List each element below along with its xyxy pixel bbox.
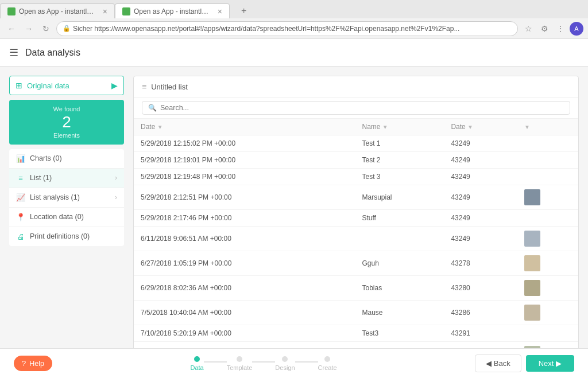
forward-nav-button[interactable]: → [22,22,36,36]
thumbnail [524,189,540,205]
extensions-button[interactable]: ⚙ [537,22,551,36]
tab-close-1[interactable]: × [103,7,107,16]
cell-thumb [517,301,578,325]
we-found-box: We found 2 Elements [9,100,124,145]
list-header-icon: ≡ [142,82,146,91]
table-row[interactable]: 6/29/2018 8:02:36 AM +00:00 Tobias 43280 [134,276,578,301]
cell-date2: 43249 [444,227,517,251]
cell-date2: 43249 [444,152,517,169]
search-input-wrap[interactable]: 🔍 [142,101,570,115]
list-analysis-label: List analysis (1) [30,193,110,201]
cell-name [355,227,444,251]
tab-favicon-2 [122,7,130,15]
location-label: Location data (0) [30,213,117,221]
step-label-template: Template [227,364,253,371]
tab-favicon-1 [7,7,16,15]
list-analysis-arrow-icon: › [115,193,117,201]
filter-icon-thumb[interactable]: ▼ [524,124,530,130]
table-row[interactable]: 5/29/2018 2:17:46 PM +00:00 Stuff 43249 [134,210,578,227]
original-data-button[interactable]: ⊞ Original data ▶ [9,76,124,95]
table-header: Date ▼ Name ▼ Date ▼ ▼ [134,119,578,135]
cell-thumb [517,251,578,276]
thumbnail [524,305,540,321]
table-row[interactable]: 5/29/2018 12:19:01 PM +00:00 Test 2 4324… [134,152,578,169]
wizard-step-create: Create [318,356,337,371]
step-node-template [237,356,242,362]
cell-date: 7/5/2018 10:40:04 AM +00:00 [134,301,355,325]
we-found-elements-label: Elements [15,132,118,139]
cell-date2: 43291 [444,325,517,342]
col-header-name[interactable]: Name ▼ [355,119,444,135]
cell-date: 5/29/2018 12:19:01 PM +00:00 [134,152,355,169]
data-table: Date ▼ Name ▼ Date ▼ ▼ [134,119,578,367]
new-tab-button[interactable]: + [237,3,251,18]
browser-chrome: Open as App - instantly ... × Open as Ap… [0,0,588,39]
table-row[interactable]: 6/27/2018 1:05:19 PM +00:00 Gguh 43278 [134,251,578,276]
back-nav-button[interactable]: ← [5,22,18,36]
cell-thumb [517,325,578,342]
bookmark-star-button[interactable]: ☆ [521,22,535,36]
table-row[interactable]: 6/11/2018 9:06:51 AM +00:00 43249 [134,227,578,251]
table-body: 5/29/2018 12:15:02 PM +00:00 Test 1 4324… [134,135,578,367]
col-header-date1[interactable]: Date ▼ [134,119,355,135]
table-row[interactable]: 5/29/2018 2:12:51 PM +00:00 Marsupial 43… [134,185,578,210]
bottom-bar: ? Help Data Template Design Create ◀ Bac… [0,348,588,376]
reload-button[interactable]: ↻ [39,22,53,36]
back-button[interactable]: ◀ Back [475,354,521,372]
cell-thumb [517,276,578,301]
sidebar-menu: 📊 Charts (0) ≡ List (1) › 📈 List analysi… [9,149,124,246]
list-header: ≡ Untitled list [134,76,578,98]
search-icon: 🔍 [148,104,157,112]
next-button[interactable]: Next ▶ [526,355,574,372]
tab-close-2[interactable]: × [218,7,222,16]
table-row[interactable]: 5/29/2018 12:19:48 PM +00:00 Test 3 4324… [134,169,578,185]
help-label: Help [29,360,44,368]
table-row[interactable]: 7/5/2018 10:40:04 AM +00:00 Mause 43286 [134,301,578,325]
step-node-data [194,356,200,362]
url-bar[interactable]: 🔒 Sicher https://www.openasapp.net/porta… [56,21,518,36]
wizard-steps: Data Template Design Create [190,356,336,371]
table-row[interactable]: 5/29/2018 12:15:02 PM +00:00 Test 1 4324… [134,135,578,152]
grid-icon: ⊞ [16,81,22,90]
sidebar-item-charts[interactable]: 📊 Charts (0) [9,149,124,169]
browser-tab-bar: Open as App - instantly ... × Open as Ap… [0,0,588,18]
help-button[interactable]: ? Help [14,356,52,371]
browser-menu-button[interactable]: ⋮ [554,22,567,36]
cell-name: Marsupial [355,185,444,210]
cell-date: 6/27/2018 1:05:19 PM +00:00 [134,251,355,276]
charts-label: Charts (0) [30,154,117,162]
charts-icon: 📊 [16,154,25,163]
cell-name: Stuff [355,210,444,227]
list-icon: ≡ [16,174,25,182]
we-found-count: 2 [15,112,118,132]
print-icon: 🖨 [16,232,25,241]
search-input[interactable] [160,104,564,112]
cell-date2: 43286 [444,301,517,325]
table-row[interactable]: 7/10/2018 5:20:19 AM +00:00 Test3 43291 [134,325,578,342]
sidebar-item-list[interactable]: ≡ List (1) › [9,169,124,188]
cell-thumb [517,210,578,227]
col-header-date2[interactable]: Date ▼ [444,119,517,135]
wizard-step-data: Data [190,356,203,371]
list-label: List (1) [30,174,110,182]
cell-thumb [517,185,578,210]
sidebar-item-location[interactable]: 📍 Location data (0) [9,208,124,227]
app-header: ☰ Data analysis [0,39,588,67]
sidebar-item-print[interactable]: 🖨 Print definitions (0) [9,227,124,246]
thumbnail [524,280,540,296]
step-connector-2 [252,361,275,363]
step-label-design: Design [275,364,295,371]
cell-name: Test3 [355,325,444,342]
hamburger-menu-icon[interactable]: ☰ [9,46,18,59]
user-avatar[interactable]: A [570,22,583,36]
nav-buttons: ◀ Back Next ▶ [475,354,574,372]
left-panel: ⊞ Original data ▶ We found 2 Elements 📊 … [9,76,124,367]
browser-tab-2[interactable]: Open as App - instantly ... × [115,3,230,18]
cell-thumb [517,169,578,185]
we-found-label: We found [15,106,118,112]
sidebar-item-list-analysis[interactable]: 📈 List analysis (1) › [9,188,124,208]
cell-name: Test 2 [355,152,444,169]
step-label-data: Data [190,364,203,371]
cell-date: 7/10/2018 5:20:19 AM +00:00 [134,325,355,342]
browser-tab-1[interactable]: Open as App - instantly ... × [0,3,115,18]
